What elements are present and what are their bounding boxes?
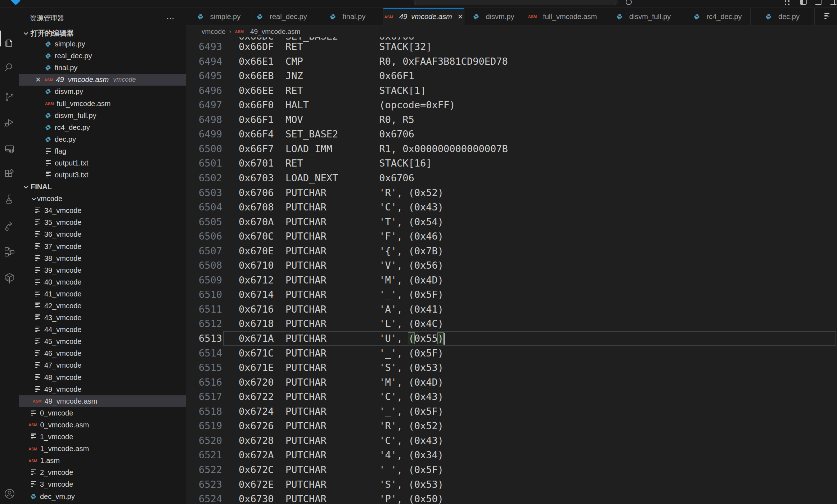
tree-item[interactable]: 47_vmcode <box>19 359 186 371</box>
line-number[interactable]: 6521 <box>186 448 222 463</box>
tab-disvm-py[interactable]: disvm.py <box>464 8 523 26</box>
open-editor-item[interactable]: final.py <box>19 62 186 74</box>
run-debug-icon[interactable] <box>4 116 15 128</box>
line-number[interactable]: 6524 <box>186 492 222 504</box>
tree-item[interactable]: 36_vmcode <box>19 228 186 240</box>
tree-item[interactable]: 49_vmcode <box>19 383 186 395</box>
search-icon[interactable] <box>4 62 15 73</box>
open-editor-item[interactable]: ASMfull_vmcode.asm <box>19 97 186 109</box>
line-number[interactable]: 6502 <box>186 171 222 186</box>
line-number[interactable]: 6512 <box>186 317 222 331</box>
toggle-panel-icon[interactable] <box>815 0 822 5</box>
breadcrumb-folder[interactable]: vmcode <box>202 28 226 36</box>
line-number[interactable]: 6501 <box>186 156 222 171</box>
line-number[interactable]: 6513 <box>186 331 222 346</box>
tree-item-vmcode-folder[interactable]: vmcode <box>19 193 186 205</box>
tree-item[interactable]: ASM0_vmcode.asm <box>19 419 186 431</box>
line-number[interactable]: 6515 <box>186 360 222 375</box>
line-number[interactable]: 6504 <box>186 200 222 215</box>
testing-icon[interactable] <box>4 193 15 205</box>
line-number[interactable]: 6514 <box>186 346 222 361</box>
tree-item[interactable]: 46_vmcode <box>19 348 186 359</box>
tree-item[interactable]: 0_vmcode <box>19 407 186 419</box>
tree-item[interactable]: 1_vmcode <box>19 431 186 443</box>
forward-ports-icon[interactable] <box>4 220 15 232</box>
line-number[interactable]: 6518 <box>186 404 222 419</box>
open-editor-item[interactable]: real_dec.py <box>19 50 186 62</box>
open-editor-item[interactable]: output3.txt <box>19 169 186 181</box>
open-editor-item[interactable]: ✕ASM49_vmcode.asmvmcode <box>19 74 186 86</box>
tree-item[interactable]: 34_vmcode <box>19 205 186 217</box>
line-number[interactable]: 6493 <box>186 40 222 54</box>
customize-layout-icon[interactable] <box>785 0 792 6</box>
tree-item[interactable]: ASM49_vmcode.asm <box>19 395 186 407</box>
line-number[interactable]: 6494 <box>186 54 222 69</box>
open-editor-item[interactable]: disvm.py <box>19 86 186 97</box>
line-number[interactable]: 6500 <box>186 142 222 156</box>
tab-final-py[interactable]: final.py <box>312 8 383 26</box>
tree-item[interactable]: 40_vmcode <box>19 276 186 288</box>
line-number[interactable]: 6523 <box>186 477 222 492</box>
close-icon[interactable]: ✕ <box>458 13 463 21</box>
docker-icon[interactable] <box>4 272 15 283</box>
tree-item[interactable]: 41_vmcode <box>19 288 186 300</box>
views-more-actions-icon[interactable]: ⋯ <box>166 14 175 23</box>
tree-item[interactable]: 2_vmcode <box>19 467 186 478</box>
line-number[interactable]: 6505 <box>186 215 222 230</box>
tree-item[interactable]: ASM1_vmcode.asm <box>19 443 186 455</box>
tree-item[interactable]: 45_vmcode <box>19 336 186 348</box>
tree-item[interactable]: 3_vmcode <box>19 478 186 490</box>
toggle-primary-sidebar-icon[interactable] <box>800 0 807 5</box>
tab-disvm-full-py[interactable]: disvm_full.py <box>602 8 685 26</box>
line-number[interactable]: 6511 <box>186 302 222 317</box>
tree-item[interactable]: 44_vmcode <box>19 324 186 336</box>
tree-item[interactable]: dec_vm.py <box>19 490 186 502</box>
line-number[interactable]: 6520 <box>186 433 222 448</box>
account-icon[interactable] <box>4 488 15 500</box>
tab-full-vmcode-asm[interactable]: ASMfull_vmcode.asm <box>523 8 602 26</box>
open-editor-item[interactable]: dec.py <box>19 133 186 145</box>
tab-49-vmcode-asm[interactable]: ASM49_vmcode.asm✕ <box>383 8 464 26</box>
open-editors-section-header[interactable]: 打开的编辑器 <box>19 28 186 38</box>
close-icon[interactable]: ✕ <box>34 76 42 84</box>
extensions-icon[interactable] <box>4 168 15 180</box>
tree-item[interactable]: 37_vmcode <box>19 241 186 253</box>
breadcrumb-file[interactable]: 49_vmcode.asm <box>250 28 300 36</box>
line-number[interactable]: 6510 <box>186 287 222 302</box>
line-number[interactable]: 6522 <box>186 463 222 477</box>
command-center-searchbox[interactable] <box>414 0 617 5</box>
account-circle-icon[interactable] <box>626 0 632 5</box>
tree-item[interactable]: 48_vmcode <box>19 372 186 383</box>
tree-item[interactable]: 38_vmcode <box>19 253 186 264</box>
tab-real-dec-py[interactable]: real_dec.py <box>252 8 312 26</box>
line-number[interactable]: 6509 <box>186 273 222 288</box>
code-editor[interactable]: 0x66DC SET_BASE2 0x670664930x66DF RET ST… <box>186 37 837 504</box>
open-editor-item[interactable]: simple.py <box>19 38 186 50</box>
line-number[interactable]: 6498 <box>186 113 222 127</box>
line-number[interactable]: 6519 <box>186 419 222 433</box>
source-control-icon[interactable] <box>4 91 15 103</box>
open-editor-item[interactable]: disvm_full.py <box>19 110 186 122</box>
line-number[interactable]: 6499 <box>186 127 222 142</box>
open-editor-item[interactable]: flag <box>19 145 186 157</box>
line-number[interactable]: 6497 <box>186 98 222 113</box>
remote-explorer-icon[interactable] <box>4 143 15 155</box>
line-number[interactable]: 6516 <box>186 375 222 390</box>
open-editor-item[interactable]: rc4_dec.py <box>19 122 186 133</box>
tree-item[interactable]: 35_vmcode <box>19 217 186 228</box>
line-number[interactable]: 6517 <box>186 390 222 404</box>
tree-item[interactable]: 43_vmcode <box>19 312 186 324</box>
final-section-header[interactable]: FINAL <box>19 181 186 193</box>
line-number[interactable]: 6508 <box>186 258 222 273</box>
tree-item[interactable]: ASM1.asm <box>19 455 186 467</box>
line-number[interactable]: 6506 <box>186 229 222 244</box>
tree-item[interactable]: 39_vmcode <box>19 264 186 276</box>
tab-rc4-dec-py[interactable]: rc4_dec.py <box>685 8 751 26</box>
tab-dec-py[interactable]: dec.py <box>751 8 815 26</box>
tree-item[interactable]: 42_vmcode <box>19 300 186 312</box>
line-number[interactable]: 6496 <box>186 83 222 98</box>
open-editor-item[interactable]: output1.txt <box>19 157 186 169</box>
line-number[interactable]: 6507 <box>186 244 222 259</box>
toggle-secondary-sidebar-icon[interactable] <box>830 0 837 5</box>
tab-simple-py[interactable]: simple.py <box>186 8 252 26</box>
